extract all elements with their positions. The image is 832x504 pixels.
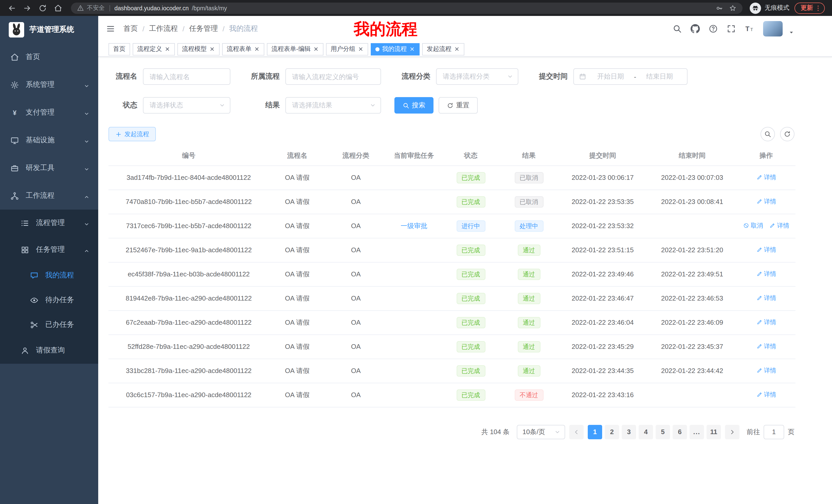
- prev-page-button[interactable]: [569, 425, 583, 439]
- next-page-button[interactable]: [725, 425, 739, 439]
- tab-7[interactable]: 发起流程: [422, 43, 464, 55]
- fullscreen-icon[interactable]: [727, 24, 736, 33]
- tab-6[interactable]: 我的流程: [371, 43, 420, 55]
- tab-2[interactable]: 流程模型: [177, 43, 219, 55]
- sidebar-item-2[interactable]: ¥支付管理: [0, 99, 98, 127]
- avatar-caret-icon[interactable]: [788, 29, 795, 35]
- close-icon[interactable]: [209, 46, 215, 52]
- yen-icon: ¥: [10, 108, 19, 117]
- page-button-5[interactable]: 5: [656, 425, 670, 439]
- close-icon[interactable]: [358, 46, 364, 52]
- submit-time-range[interactable]: 开始日期 - 结束日期: [573, 68, 687, 85]
- security-label[interactable]: 不安全: [87, 4, 105, 12]
- sidebar-item-8[interactable]: 我的流程: [0, 263, 98, 288]
- detail-button[interactable]: 详情: [756, 197, 776, 206]
- show-search-button[interactable]: [760, 127, 775, 141]
- logo-row[interactable]: 芋道管理系统: [0, 16, 98, 43]
- help-icon[interactable]: [709, 24, 718, 33]
- process-id: ec45f38f-7b9a-11ec-b03b-acde48001122: [108, 262, 269, 286]
- submit-time: 2022-01-23 00:06:17: [558, 165, 647, 190]
- close-icon[interactable]: [409, 46, 415, 52]
- detail-button[interactable]: 详情: [756, 294, 776, 303]
- browser-reload-icon[interactable]: [38, 4, 47, 12]
- process-icon: [21, 219, 29, 227]
- status-select[interactable]: 请选择状态: [143, 97, 230, 114]
- tab-4[interactable]: 流程表单-编辑: [267, 43, 323, 55]
- page-size-select[interactable]: 10条/页: [517, 425, 565, 439]
- page-button-6[interactable]: 6: [673, 425, 687, 439]
- current-task-link[interactable]: 一级审批: [400, 222, 427, 229]
- browser-update-menu-button[interactable]: 更新: [795, 2, 825, 13]
- start-process-button[interactable]: 发起流程: [108, 127, 156, 141]
- sidebar-item-6[interactable]: 流程管理: [0, 209, 98, 236]
- detail-button[interactable]: 详情: [756, 270, 776, 278]
- detail-button[interactable]: 详情: [756, 318, 776, 327]
- tab-3[interactable]: 流程表单: [222, 43, 264, 55]
- github-icon[interactable]: [691, 24, 700, 33]
- reset-button[interactable]: 重置: [439, 97, 478, 114]
- address-bar[interactable]: 不安全 dashboard.yudao.iocoder.cn/bpm/task/…: [71, 2, 743, 13]
- page-button-2[interactable]: 2: [605, 425, 619, 439]
- page-button-3[interactable]: 3: [622, 425, 636, 439]
- browser-home-icon[interactable]: [54, 4, 62, 12]
- password-key-icon[interactable]: [716, 4, 723, 11]
- owning-process-input[interactable]: [285, 68, 381, 85]
- more-pages-button[interactable]: ...: [690, 425, 704, 439]
- category-select[interactable]: 请选择流程分类: [436, 68, 518, 85]
- sidebar-item-7[interactable]: 任务管理: [0, 236, 98, 263]
- detail-label: 详情: [764, 318, 776, 327]
- detail-button[interactable]: 详情: [756, 390, 776, 399]
- app-title: 芋道管理系统: [29, 25, 74, 34]
- detail-button[interactable]: 详情: [756, 366, 776, 375]
- tab-1[interactable]: 流程定义: [133, 43, 175, 55]
- avatar[interactable]: [763, 21, 783, 36]
- end-date-placeholder[interactable]: 结束日期: [637, 72, 682, 81]
- search-icon[interactable]: [673, 24, 682, 33]
- sidebar-item-label: 我的流程: [45, 271, 74, 280]
- page-button-4[interactable]: 4: [639, 425, 653, 439]
- close-icon[interactable]: [313, 46, 319, 52]
- sidebar-item-1[interactable]: 系统管理: [0, 71, 98, 99]
- url-path[interactable]: /bpm/task/my: [192, 5, 227, 11]
- bookmark-star-icon[interactable]: [729, 4, 736, 11]
- start-date-placeholder[interactable]: 开始日期: [588, 72, 633, 81]
- incognito-chip: 无痕模式: [750, 2, 789, 13]
- column-header: 状态: [442, 146, 500, 165]
- detail-button[interactable]: 详情: [756, 342, 776, 351]
- goto-page-input[interactable]: [763, 425, 784, 439]
- sidebar-item-10[interactable]: 已办任务: [0, 312, 98, 337]
- page-button-11[interactable]: 11: [706, 425, 721, 439]
- sidebar-item-3[interactable]: 基础设施: [0, 127, 98, 154]
- breadcrumb-item[interactable]: 首页: [123, 24, 138, 33]
- detail-button[interactable]: 详情: [769, 221, 789, 230]
- close-icon[interactable]: [454, 46, 460, 52]
- pagination: 共 104 条10条/页123456...11前往页: [108, 425, 795, 439]
- tab-5[interactable]: 用户分组: [326, 43, 368, 55]
- detail-button[interactable]: 详情: [756, 173, 776, 182]
- result-label: 结果: [244, 101, 280, 110]
- detail-button[interactable]: 详情: [756, 246, 776, 254]
- close-icon[interactable]: [254, 46, 260, 52]
- refresh-table-button[interactable]: [780, 127, 795, 141]
- breadcrumb-item[interactable]: 任务管理: [189, 24, 218, 33]
- sidebar-item-9[interactable]: 待办任务: [0, 288, 98, 312]
- cancel-button[interactable]: 取消: [743, 221, 763, 230]
- font-size-icon[interactable]: TT: [745, 24, 754, 34]
- process-name-input[interactable]: [143, 68, 230, 85]
- end-time: [647, 214, 737, 238]
- close-icon[interactable]: [164, 46, 170, 52]
- url-host[interactable]: dashboard.yudao.iocoder.cn: [114, 5, 189, 11]
- browser-back-icon[interactable]: [8, 4, 16, 12]
- search-button[interactable]: 搜索: [394, 97, 434, 114]
- sidebar-item-0[interactable]: 首页: [0, 43, 98, 71]
- result-select[interactable]: 请选择流结果: [285, 97, 381, 114]
- page-button-1[interactable]: 1: [588, 425, 602, 439]
- sidebar-item-11[interactable]: 请假查询: [0, 337, 98, 364]
- status-badge: 进行中: [457, 220, 485, 231]
- breadcrumb-item[interactable]: 工作流程: [149, 24, 178, 33]
- sidebar-item-4[interactable]: 研发工具: [0, 154, 98, 182]
- sidebar-toggle-icon[interactable]: [106, 24, 115, 33]
- sidebar-item-5[interactable]: 工作流程: [0, 182, 98, 209]
- browser-forward-icon[interactable]: [23, 4, 31, 12]
- tab-0[interactable]: 首页: [108, 43, 130, 55]
